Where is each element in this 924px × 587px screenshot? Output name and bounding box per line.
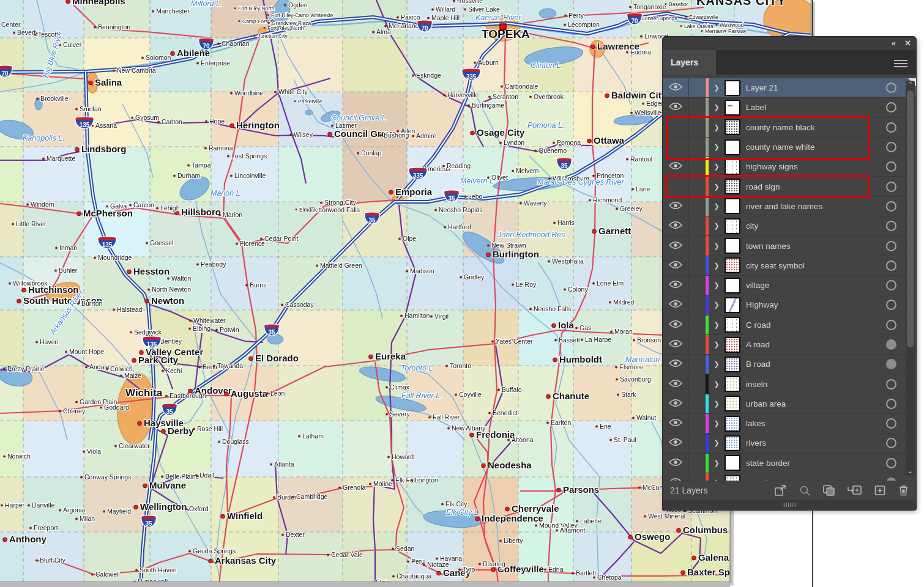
lock-toggle[interactable]	[689, 216, 706, 235]
layer-row[interactable]: ❯B road	[663, 355, 916, 374]
scrollbar-thumb[interactable]	[907, 90, 914, 347]
visibility-toggle[interactable]	[663, 157, 689, 176]
expand-chevron-icon[interactable]: ❯	[709, 400, 725, 408]
lock-toggle[interactable]	[689, 295, 706, 314]
layer-name[interactable]: Layer 21	[746, 83, 881, 92]
layer-row[interactable]: ❯inseln	[663, 374, 916, 394]
layer-name[interactable]: town names	[746, 242, 881, 251]
layer-name[interactable]: lakes	[746, 419, 881, 428]
target-circle[interactable]	[886, 339, 896, 350]
layer-thumbnail[interactable]	[725, 455, 740, 471]
expand-chevron-icon[interactable]: ❯	[709, 262, 725, 270]
layer-row[interactable]: ❯rivers	[663, 434, 916, 453]
layer-row[interactable]: ❯city seat symbol	[663, 256, 916, 276]
layer-name[interactable]: HIghway	[746, 300, 881, 309]
layer-name[interactable]: counties	[746, 478, 881, 481]
layer-row[interactable]: ❯village	[663, 276, 916, 295]
visibility-toggle[interactable]	[663, 236, 689, 255]
panel-resize-grip[interactable]	[663, 500, 916, 510]
layer-thumbnail[interactable]	[725, 435, 740, 451]
lock-toggle[interactable]	[689, 473, 706, 481]
layer-row[interactable]: ❯C road	[663, 316, 916, 335]
layer-name[interactable]: inseln	[746, 380, 881, 389]
panel-menu-icon[interactable]	[894, 58, 907, 69]
layer-row[interactable]: ❯road sign	[663, 177, 916, 196]
layer-row[interactable]: ❯counties	[663, 473, 916, 481]
layer-thumbnail[interactable]	[725, 218, 740, 234]
target-circle[interactable]	[886, 379, 896, 389]
layer-name[interactable]: river and lake names	[746, 202, 881, 211]
expand-chevron-icon[interactable]: ❯	[709, 242, 725, 250]
lock-toggle[interactable]	[689, 434, 706, 452]
layer-name[interactable]: village	[746, 281, 881, 290]
visibility-toggle[interactable]	[663, 78, 689, 97]
visibility-toggle[interactable]	[663, 138, 689, 157]
target-circle[interactable]	[886, 458, 896, 468]
layer-thumbnail[interactable]	[725, 119, 740, 135]
visibility-toggle[interactable]	[663, 316, 689, 334]
expand-chevron-icon[interactable]: ❯	[709, 360, 725, 368]
layer-row[interactable]: ❯Layer 21	[663, 78, 916, 98]
layer-thumbnail[interactable]	[725, 198, 740, 214]
expand-chevron-icon[interactable]: ❯	[709, 281, 725, 289]
scroll-down-icon[interactable]: ⌄	[907, 467, 913, 476]
lock-toggle[interactable]	[689, 316, 706, 334]
layer-name[interactable]: Label	[746, 103, 881, 112]
layer-row[interactable]: ❯lakes	[663, 414, 916, 434]
layer-row[interactable]: ❯state border	[663, 454, 916, 473]
target-circle[interactable]	[886, 182, 896, 192]
expand-chevron-icon[interactable]: ❯	[709, 380, 725, 388]
layer-name[interactable]: urban area	[746, 399, 881, 408]
expand-chevron-icon[interactable]: ❯	[709, 143, 725, 151]
target-circle[interactable]	[886, 260, 896, 271]
layer-name[interactable]: city	[746, 221, 881, 231]
layer-thumbnail[interactable]	[725, 356, 740, 372]
lock-toggle[interactable]	[689, 138, 706, 157]
expand-chevron-icon[interactable]: ❯	[709, 222, 725, 230]
layer-thumbnail[interactable]	[725, 396, 740, 412]
target-circle[interactable]	[886, 418, 896, 429]
expand-chevron-icon[interactable]: ❯	[709, 419, 725, 427]
lock-toggle[interactable]	[689, 355, 706, 374]
layer-name[interactable]: rivers	[746, 438, 881, 448]
layer-name[interactable]: A road	[746, 340, 881, 349]
lock-toggle[interactable]	[689, 177, 706, 196]
scroll-up-icon[interactable]: ⌃	[907, 81, 913, 89]
layer-row[interactable]: ❯town names	[663, 236, 916, 256]
expand-chevron-icon[interactable]: ❯	[709, 321, 725, 329]
target-circle[interactable]	[886, 201, 896, 212]
search-icon[interactable]	[799, 485, 811, 496]
lock-toggle[interactable]	[689, 197, 706, 216]
lock-toggle[interactable]	[689, 335, 706, 354]
target-circle[interactable]	[886, 399, 896, 409]
export-icon[interactable]	[775, 485, 787, 496]
layer-row[interactable]: ❯A road	[663, 335, 916, 355]
expand-chevron-icon[interactable]: ❯	[709, 124, 725, 131]
target-circle[interactable]	[886, 122, 896, 133]
layer-name[interactable]: county name black	[746, 123, 881, 132]
expand-chevron-icon[interactable]: ❯	[709, 183, 725, 191]
layer-row[interactable]: ❯county name white	[663, 138, 916, 157]
expand-chevron-icon[interactable]: ❯	[709, 341, 725, 349]
layer-thumbnail[interactable]	[725, 238, 740, 254]
visibility-toggle[interactable]	[663, 374, 689, 393]
expand-chevron-icon[interactable]: ❯	[709, 103, 725, 111]
expand-chevron-icon[interactable]: ❯	[709, 459, 725, 467]
visibility-toggle[interactable]	[663, 295, 689, 314]
layer-thumbnail[interactable]	[725, 475, 740, 481]
visibility-toggle[interactable]	[663, 118, 689, 137]
layer-row[interactable]: ❯HIghway	[663, 295, 916, 315]
visibility-toggle[interactable]	[663, 256, 689, 275]
layer-row[interactable]: ❯Label	[663, 98, 916, 117]
layer-name[interactable]: B road	[746, 360, 881, 369]
layer-name[interactable]: county name white	[746, 142, 881, 152]
visibility-toggle[interactable]	[663, 335, 689, 354]
layer-thumbnail[interactable]	[725, 278, 740, 294]
lock-toggle[interactable]	[689, 394, 706, 413]
visibility-toggle[interactable]	[663, 434, 689, 452]
target-circle[interactable]	[886, 83, 896, 93]
expand-chevron-icon[interactable]: ❯	[709, 202, 725, 210]
layer-row[interactable]: ❯highway signs	[663, 157, 916, 177]
lock-toggle[interactable]	[689, 276, 706, 295]
new-sublayer-icon[interactable]	[848, 485, 862, 496]
